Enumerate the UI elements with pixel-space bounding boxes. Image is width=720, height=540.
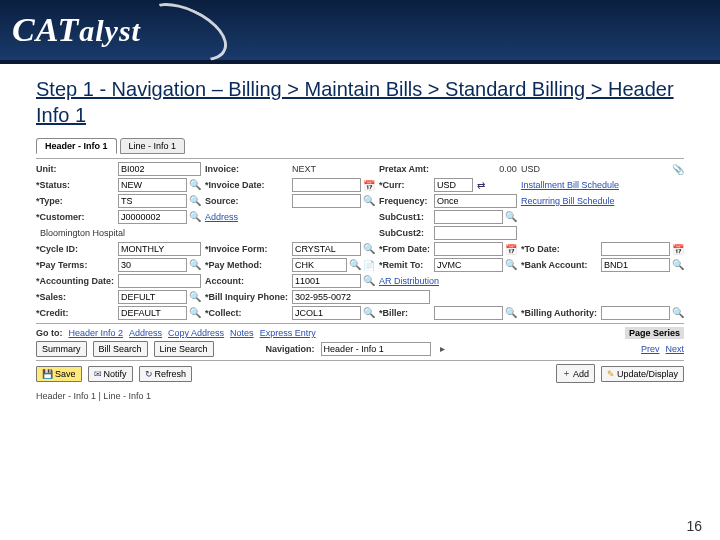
input-sales[interactable] (118, 290, 187, 304)
lookup-bank[interactable]: 🔍 (672, 259, 684, 271)
link-header2[interactable]: Header Info 2 (69, 328, 124, 338)
link-address[interactable]: Address (205, 212, 375, 222)
calendar-to[interactable]: 📅 (672, 244, 684, 255)
link-next[interactable]: Next (665, 344, 684, 354)
refresh-button[interactable]: ↻Refresh (139, 366, 193, 382)
input-invoice-date[interactable] (292, 178, 361, 192)
link-copy-address[interactable]: Copy Address (168, 328, 224, 338)
input-curr[interactable] (434, 178, 473, 192)
notify-icon: ✉ (94, 369, 102, 379)
lookup-remit[interactable]: 🔍 (505, 259, 517, 271)
value-customer-name: Bloomington Hospital (36, 228, 375, 238)
label-subcust1: SubCust1: (379, 212, 430, 222)
label-frequency: Frequency: (379, 196, 430, 206)
input-pay-method[interactable] (292, 258, 347, 272)
input-customer[interactable] (118, 210, 187, 224)
input-acct-date[interactable] (118, 274, 201, 288)
lookup-subcust1[interactable]: 🔍 (505, 211, 517, 223)
input-source[interactable] (292, 194, 361, 208)
pay-extra-icon[interactable]: 📄 (363, 260, 375, 271)
input-from-date[interactable] (434, 242, 503, 256)
attach-icon[interactable]: 📎 (672, 164, 684, 175)
tab-line-info1[interactable]: Line - Info 1 (120, 138, 186, 154)
update-icon: ✎ (607, 369, 615, 379)
nav-go-icon[interactable]: ▸ (437, 343, 449, 355)
tab-header-info1[interactable]: Header - Info 1 (36, 138, 117, 154)
notify-button[interactable]: ✉Notify (88, 366, 133, 382)
input-unit[interactable] (118, 162, 201, 176)
input-frequency[interactable] (434, 194, 517, 208)
lookup-sales[interactable]: 🔍 (189, 291, 201, 303)
lookup-credit[interactable]: 🔍 (189, 307, 201, 319)
input-navigation[interactable] (321, 342, 431, 356)
calendar-invoice-date[interactable]: 📅 (363, 180, 375, 191)
label-source: Source: (205, 196, 288, 206)
save-button[interactable]: 💾Save (36, 366, 82, 382)
lookup-paymethod[interactable]: 🔍 (349, 259, 361, 271)
lookup-status[interactable]: 🔍 (189, 179, 201, 191)
link-goto-address[interactable]: Address (129, 328, 162, 338)
input-biller[interactable] (434, 306, 503, 320)
value-pretax: 0.00 (499, 164, 517, 174)
update-button[interactable]: ✎Update/Display (601, 366, 684, 382)
link-express[interactable]: Express Entry (260, 328, 316, 338)
input-collect[interactable] (292, 306, 361, 320)
lookup-biller[interactable]: 🔍 (505, 307, 517, 319)
separator (36, 158, 684, 159)
label-invoice-date: Invoice Date: (205, 180, 288, 190)
line-search-button[interactable]: Line Search (154, 341, 214, 357)
link-ar-dist[interactable]: AR Distribution (379, 276, 684, 286)
page-number: 16 (686, 518, 702, 534)
label-customer: Customer: (36, 212, 114, 222)
breadcrumb: Header - Info 1 | Line - Info 1 (0, 387, 720, 405)
input-inq-phone[interactable] (292, 290, 430, 304)
value-pretax-curr: USD (521, 164, 597, 174)
label-page-series: Page Series (625, 327, 684, 339)
lookup-type[interactable]: 🔍 (189, 195, 201, 207)
input-account[interactable] (292, 274, 361, 288)
label-inq-phone: Bill Inquiry Phone: (205, 292, 288, 302)
lookup-collect[interactable]: 🔍 (363, 307, 375, 319)
lookup-invoice-form[interactable]: 🔍 (363, 243, 375, 255)
app-header: CATalyst (0, 0, 720, 64)
logo-swoosh (134, 0, 236, 73)
value-invoice: NEXT (292, 164, 375, 174)
label-goto: Go to: (36, 328, 63, 338)
lookup-source[interactable]: 🔍 (363, 195, 375, 207)
bill-search-button[interactable]: Bill Search (93, 341, 148, 357)
input-invoice-form[interactable] (292, 242, 361, 256)
input-subcust2[interactable] (434, 226, 517, 240)
link-recurring[interactable]: Recurring Bill Schedule (521, 196, 684, 206)
page-title: Step 1 - Navigation – Billing > Maintain… (0, 64, 720, 134)
link-installment[interactable]: Installment Bill Schedule (521, 180, 684, 190)
lookup-account[interactable]: 🔍 (363, 275, 375, 287)
input-remit[interactable] (434, 258, 503, 272)
label-to-date: To Date: (521, 244, 597, 254)
input-bill-auth[interactable] (601, 306, 670, 320)
input-credit[interactable] (118, 306, 187, 320)
add-icon: ＋ (562, 367, 571, 380)
link-notes[interactable]: Notes (230, 328, 254, 338)
exchange-icon[interactable]: ⇄ (477, 180, 485, 191)
goto-row: Go to: Header Info 2 Address Copy Addres… (36, 327, 684, 339)
label-bank: Bank Account: (521, 260, 597, 270)
lookup-bill-auth[interactable]: 🔍 (672, 307, 684, 319)
lookup-customer[interactable]: 🔍 (189, 211, 201, 223)
refresh-icon: ↻ (145, 369, 153, 379)
input-pay-terms[interactable] (118, 258, 187, 272)
summary-button[interactable]: Summary (36, 341, 87, 357)
input-bank[interactable] (601, 258, 670, 272)
calendar-from[interactable]: 📅 (505, 244, 517, 255)
label-status: Status: (36, 180, 114, 190)
lookup-payterms[interactable]: 🔍 (189, 259, 201, 271)
label-sales: Sales: (36, 292, 114, 302)
input-to-date[interactable] (601, 242, 670, 256)
link-prev[interactable]: Prev (641, 344, 660, 354)
input-status[interactable] (118, 178, 187, 192)
add-button[interactable]: ＋Add (556, 364, 595, 383)
label-acct-date: Accounting Date: (36, 276, 114, 286)
input-subcust1[interactable] (434, 210, 503, 224)
input-cycle[interactable] (118, 242, 201, 256)
separator-3 (36, 360, 684, 361)
input-type[interactable] (118, 194, 187, 208)
